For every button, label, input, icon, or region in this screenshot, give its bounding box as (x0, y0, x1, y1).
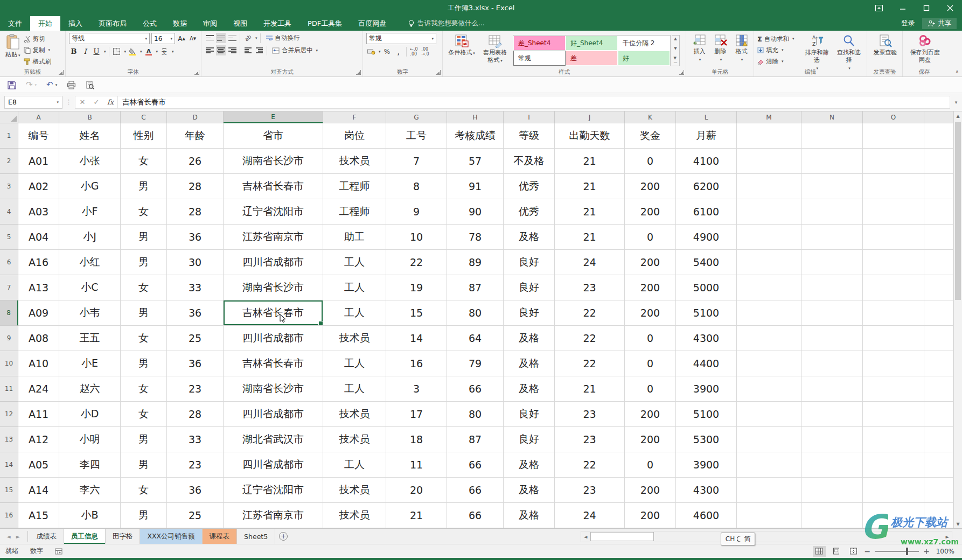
cell[interactable]: 及格 (504, 326, 555, 351)
cell[interactable]: 小明 (59, 427, 121, 452)
cell[interactable]: 4300 (676, 326, 737, 351)
cell[interactable] (924, 174, 953, 199)
cell[interactable]: 湖南省长沙市 (224, 275, 323, 300)
paste-button[interactable]: 粘贴▾ (3, 33, 23, 60)
cell[interactable]: 11 (386, 452, 447, 478)
cell[interactable]: 工程师 (323, 174, 386, 199)
tell-me-box[interactable]: 告诉我您想要做什么... (408, 16, 484, 31)
cell[interactable]: 技术员 (323, 478, 386, 503)
cell[interactable]: 5400 (676, 250, 737, 275)
column-header[interactable]: I (504, 111, 555, 123)
cell[interactable]: 200 (625, 427, 676, 452)
cell[interactable]: 吉林省长春市 (224, 351, 323, 376)
cell[interactable]: 男 (121, 351, 167, 376)
cell[interactable]: 28 (167, 199, 224, 225)
cell[interactable]: A08 (18, 326, 59, 351)
cell[interactable]: 24 (555, 503, 625, 528)
cell[interactable]: 22 (555, 452, 625, 478)
cell[interactable]: 男 (121, 300, 167, 326)
cell[interactable]: 79 (447, 351, 504, 376)
cell[interactable]: 不及格 (504, 149, 555, 174)
cell[interactable]: 5000 (676, 275, 737, 300)
borders-button[interactable] (112, 46, 122, 57)
cell[interactable]: 湖南省长沙市 (224, 376, 323, 402)
cell[interactable]: 23 (167, 452, 224, 478)
cell[interactable]: 四川省成都市 (224, 402, 323, 427)
vertical-scroll-thumb[interactable] (955, 122, 961, 300)
cell[interactable] (801, 326, 863, 351)
align-bottom-button[interactable] (227, 33, 237, 43)
cell[interactable]: 21 (555, 149, 625, 174)
cell[interactable] (801, 503, 863, 528)
cell[interactable]: 工人 (323, 376, 386, 402)
cell[interactable]: 女 (121, 478, 167, 503)
cell[interactable]: 省市 (224, 123, 323, 149)
scroll-right-icon[interactable]: ► (943, 531, 952, 542)
column-header[interactable]: A (18, 111, 59, 123)
cell[interactable] (863, 250, 924, 275)
accounting-format-button[interactable] (366, 46, 376, 57)
cell[interactable]: 0 (625, 326, 676, 351)
cell[interactable]: 湖北省武汉市 (224, 427, 323, 452)
vertical-scrollbar[interactable]: ▲ ▼ (953, 111, 962, 528)
cell[interactable]: 男 (121, 250, 167, 275)
cell[interactable]: 小E (59, 351, 121, 376)
cell[interactable]: 200 (625, 275, 676, 300)
row-header[interactable]: 6 (0, 250, 18, 275)
cell[interactable]: 年龄 (167, 123, 224, 149)
cell[interactable] (801, 250, 863, 275)
cell[interactable] (863, 300, 924, 326)
cell[interactable]: 23 (555, 427, 625, 452)
cell[interactable]: A01 (18, 149, 59, 174)
cell[interactable]: 10 (386, 225, 447, 250)
cell[interactable]: A12 (18, 427, 59, 452)
cell[interactable]: 66 (447, 503, 504, 528)
cell[interactable]: 36 (167, 351, 224, 376)
cell[interactable]: 工人 (323, 250, 386, 275)
name-box[interactable]: E8▾ (4, 96, 62, 109)
cell[interactable]: 4600 (676, 503, 737, 528)
cell[interactable]: 湖南省长沙市 (224, 149, 323, 174)
page-break-view-button[interactable] (847, 546, 860, 557)
cell[interactable]: A11 (18, 402, 59, 427)
cell[interactable]: A10 (18, 351, 59, 376)
column-header[interactable]: G (386, 111, 447, 123)
menu-tab[interactable]: 视图 (225, 16, 255, 31)
cell[interactable]: 性别 (121, 123, 167, 149)
align-right-button[interactable] (227, 45, 237, 55)
cell[interactable]: 小J (59, 225, 121, 250)
cell[interactable] (924, 149, 953, 174)
cell[interactable]: 4300 (676, 478, 737, 503)
cell[interactable]: 江苏省南京市 (224, 503, 323, 528)
cell[interactable]: 赵六 (59, 376, 121, 402)
cell[interactable]: 6200 (676, 174, 737, 199)
cell-style-item[interactable]: 差_Sheet4 (513, 36, 566, 51)
menu-tab[interactable]: 百度网盘 (350, 16, 394, 31)
maximize-button[interactable] (915, 0, 938, 16)
cell[interactable] (863, 351, 924, 376)
cell[interactable] (924, 351, 953, 376)
find-select-button[interactable]: 查找和选择▾ (833, 33, 865, 72)
column-header[interactable] (924, 111, 953, 123)
column-header[interactable]: C (121, 111, 167, 123)
cell[interactable]: 80 (447, 402, 504, 427)
cell[interactable]: 月薪 (676, 123, 737, 149)
cancel-entry-icon[interactable]: ✕ (75, 98, 89, 106)
cell[interactable] (801, 427, 863, 452)
cell[interactable]: 女 (121, 149, 167, 174)
cell[interactable] (801, 199, 863, 225)
number-dialog-launcher[interactable] (436, 70, 441, 75)
cell[interactable]: 18 (386, 427, 447, 452)
menu-tab[interactable]: 插入 (60, 16, 90, 31)
cell[interactable] (924, 402, 953, 427)
cell[interactable]: 57 (447, 149, 504, 174)
undo-button[interactable]: ↶▾ (46, 81, 57, 89)
increase-decimal-button[interactable]: ←.0.00 (409, 46, 419, 57)
cell[interactable] (801, 225, 863, 250)
sign-in-button[interactable]: 登录 (896, 19, 920, 28)
align-left-button[interactable] (205, 45, 214, 55)
align-middle-button[interactable] (216, 33, 226, 43)
macro-record-icon[interactable] (55, 548, 62, 555)
cell[interactable]: 男 (121, 174, 167, 199)
column-header[interactable]: K (625, 111, 676, 123)
